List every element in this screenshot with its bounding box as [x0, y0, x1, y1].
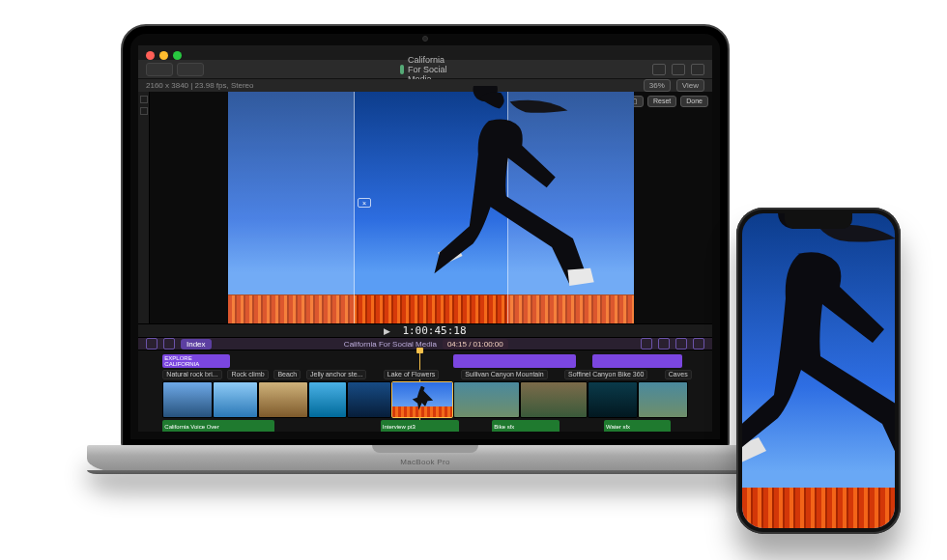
timecode-display[interactable]: 1:00:45:18 [402, 324, 466, 337]
video-editor-app: California For Social Media 2160 x 3840 … [138, 45, 712, 432]
audio-clip-label: Water sfx [606, 424, 630, 430]
video-clip[interactable] [588, 381, 638, 418]
play-button[interactable]: ▶ [384, 326, 390, 336]
phone-sky [742, 213, 895, 528]
video-clip[interactable] [258, 381, 308, 418]
done-button[interactable]: Done [680, 96, 708, 107]
audio-track-1[interactable]: California Voice Over Interview pt3 Bike… [146, 420, 704, 432]
clip-label: Soffinel Canyon Bike 360 [564, 370, 647, 379]
phone-screen [742, 213, 895, 528]
laptop-base: MacBook Pro [87, 445, 763, 472]
audio-clip-label: Interview pt3 [383, 424, 416, 430]
titles-track[interactable]: EXPLORE CALIFORNIA [146, 354, 704, 368]
color-button[interactable] [672, 64, 685, 75]
transport-bar: ▶ 1:00:45:18 [138, 323, 712, 338]
title-bar: California For Social Media [138, 60, 712, 79]
audio-clip[interactable]: California Voice Over [162, 420, 274, 432]
reset-button[interactable]: Reset [647, 96, 676, 107]
timeline-duration: 04:15 / 01:00:00 [443, 339, 508, 350]
video-clip[interactable] [347, 381, 391, 418]
video-clip[interactable] [308, 381, 347, 418]
crop-frame[interactable] [354, 92, 508, 323]
crop-mask-right [508, 92, 634, 323]
audio-clip[interactable]: Interview pt3 [381, 420, 459, 432]
clip-label: Jelly anchor ste... [306, 370, 366, 379]
laptop-brand-text: MacBook Pro [400, 458, 449, 466]
clip-label: Rock climb [227, 370, 268, 379]
share-button[interactable] [691, 64, 704, 75]
title-clip[interactable] [592, 354, 681, 368]
macbook: California For Social Media 2160 x 3840 … [87, 24, 763, 526]
video-clip[interactable] [520, 381, 587, 418]
audio-clip[interactable]: Bike sfx [492, 420, 559, 432]
video-clip[interactable] [213, 381, 257, 418]
video-clip[interactable] [453, 381, 520, 418]
browser-toggle-button[interactable] [177, 63, 204, 76]
timeline-toolbar: Index California For Social Media 04:15 … [138, 338, 712, 350]
audio-skim-icon[interactable] [675, 338, 687, 350]
primary-video-track[interactable] [146, 381, 704, 418]
iphone [736, 208, 901, 534]
zoom-select[interactable]: 36% [644, 79, 671, 92]
laptop-lid: California For Social Media 2160 x 3840 … [121, 24, 730, 449]
timeline-index-button[interactable]: Index [181, 339, 212, 350]
snap-icon[interactable] [641, 338, 652, 350]
inspector-button[interactable] [652, 64, 666, 75]
fullscreen-window-button[interactable] [173, 51, 182, 60]
clip-label: Sullivan Canyon Mountain [461, 370, 547, 379]
gutter-button[interactable] [140, 107, 148, 115]
laptop-screen: California For Social Media 2160 x 3840 … [138, 45, 712, 432]
close-window-button[interactable] [146, 51, 155, 60]
clip-label: Lake of Flowers [384, 370, 439, 379]
viewer[interactable]: ▢ Reset Done [150, 92, 712, 323]
clip-label: Beach [273, 370, 301, 379]
clip-labels-row: Natural rock bri... Rock climb Beach Jel… [146, 370, 704, 379]
timeline-tool-trim[interactable] [163, 338, 175, 350]
solo-icon[interactable] [693, 338, 704, 350]
camera-icon [422, 36, 428, 42]
skimming-icon[interactable] [658, 338, 670, 350]
clip-label: Caves [665, 370, 692, 379]
audio-clip[interactable]: Water sfx [604, 420, 671, 432]
audio-clip-label: California Voice Over [164, 424, 218, 430]
viewer-left-gutter [138, 92, 150, 323]
audio-clip-label: Bike sfx [494, 424, 514, 430]
crop-mask-left [228, 92, 354, 323]
video-clip-selected[interactable] [391, 381, 453, 418]
phone-flowers [742, 488, 895, 528]
video-clip[interactable] [162, 381, 213, 418]
phone-notch [785, 213, 852, 229]
title-clip[interactable] [453, 354, 576, 368]
title-clip-label: EXPLORE CALIFORNIA [164, 355, 227, 367]
media-info-text: 2160 x 3840 | 23.98 fps, Stereo [146, 81, 254, 90]
crop-anchor-icon[interactable] [358, 198, 371, 208]
playhead-handle-icon[interactable] [416, 348, 423, 353]
magnet-icon [400, 65, 404, 74]
gutter-button[interactable] [140, 96, 148, 103]
video-clip[interactable] [638, 381, 688, 418]
laptop-notch [372, 445, 478, 453]
viewer-info-bar: 2160 x 3840 | 23.98 fps, Stereo 36% View [138, 79, 712, 92]
title-clip[interactable]: EXPLORE CALIFORNIA [162, 354, 229, 368]
preview-canvas[interactable] [228, 92, 634, 323]
view-menu[interactable]: View [676, 79, 704, 92]
library-toggle-button[interactable] [146, 63, 173, 76]
clip-label: Natural rock bri... [162, 370, 221, 379]
timeline[interactable]: EXPLORE CALIFORNIA Natural rock bri... R… [138, 350, 712, 432]
minimize-window-button[interactable] [159, 51, 168, 60]
timeline-tool-select[interactable] [146, 338, 158, 350]
viewer-row: ▢ Reset Done [138, 92, 712, 323]
